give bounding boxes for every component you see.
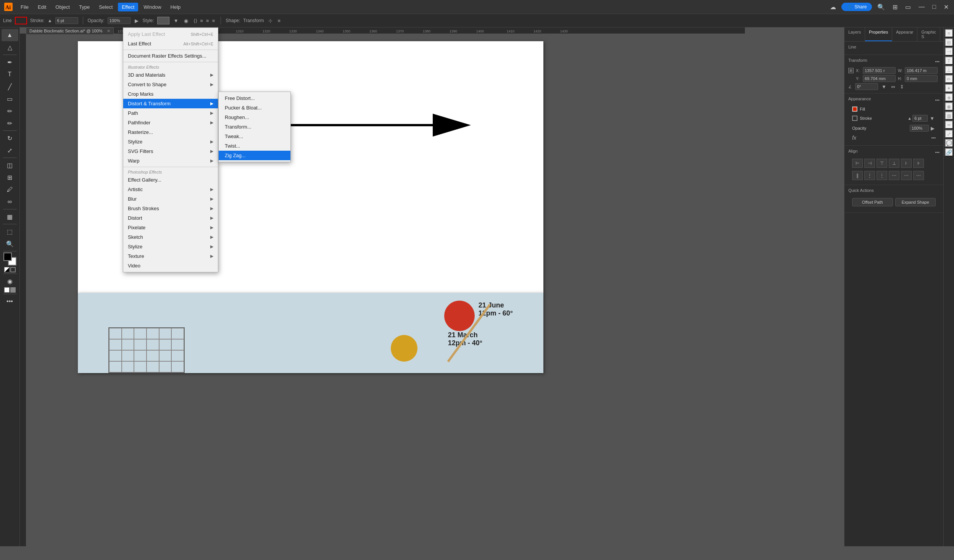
stroke-color-swatch[interactable] xyxy=(15,17,27,24)
expand-shape-btn[interactable]: Expand Shape xyxy=(895,198,936,206)
scale-tool[interactable]: ⤢ xyxy=(2,144,18,156)
angle-dropdown-btn[interactable]: ▼ xyxy=(880,84,888,90)
fx-more-btn[interactable]: ••• xyxy=(931,135,936,140)
more-tools-btn[interactable]: ••• xyxy=(2,295,18,307)
menu-file[interactable]: File xyxy=(17,3,32,11)
pucker-bloat-item[interactable]: Pucker & Bloat... xyxy=(219,103,290,113)
y-input[interactable] xyxy=(863,75,896,82)
convert-to-shape-item[interactable]: Convert to Shape ▶ xyxy=(123,80,218,89)
video-item[interactable]: Video xyxy=(123,261,218,270)
pen-tool[interactable]: ✒ xyxy=(2,56,18,68)
align-v-center-btn[interactable]: ⊦ xyxy=(901,159,912,168)
graph-tool[interactable]: ▦ xyxy=(2,211,18,223)
cloud-icon-btn[interactable]: ☁ xyxy=(828,3,838,11)
zig-zag-item[interactable]: Zig Zag... xyxy=(219,151,290,160)
align-center-btn[interactable]: ≡ xyxy=(199,18,205,24)
menu-select[interactable]: Select xyxy=(95,3,116,11)
selection-tool[interactable]: ▲ xyxy=(2,29,18,41)
far-right-brush-btn[interactable]: ✏ xyxy=(945,75,953,83)
rasterize-item[interactable]: Rasterize... xyxy=(123,127,218,137)
texture-item[interactable]: Texture ▶ xyxy=(123,251,218,261)
flip-h-btn[interactable]: ⇔ xyxy=(890,84,896,90)
screen-mode-btn[interactable] xyxy=(10,287,16,293)
far-right-link-btn[interactable]: 🔗 xyxy=(945,148,953,156)
distribute-btn[interactable]: ≡ xyxy=(211,18,216,24)
far-right-color-btn[interactable]: ◉ xyxy=(945,102,953,111)
line-tool[interactable]: ╱ xyxy=(2,80,18,93)
pathfinder-item[interactable]: Pathfinder ▶ xyxy=(123,118,218,127)
document-raster-item[interactable]: Document Raster Effects Settings... xyxy=(123,51,218,61)
minimize-icon-btn[interactable]: — xyxy=(916,3,927,11)
sketch-item[interactable]: Sketch ▶ xyxy=(123,232,218,242)
3d-materials-item[interactable]: 3D and Materials ▶ xyxy=(123,70,218,80)
stroke-up-arrow[interactable]: ▲ xyxy=(907,116,912,121)
offset-path-btn[interactable]: Offset Path xyxy=(852,198,893,206)
x-input[interactable] xyxy=(863,67,896,74)
brush-tool[interactable]: ✏ xyxy=(2,105,18,117)
opacity-arrow-btn[interactable]: ▶ xyxy=(930,125,936,132)
opacity-expand-btn[interactable]: ▶ xyxy=(134,18,140,24)
dist-right-btn[interactable]: ⋮ xyxy=(877,171,887,180)
pencil-tool[interactable]: ✏ xyxy=(2,117,18,129)
stylize-ill-item[interactable]: Stylize ▶ xyxy=(123,137,218,146)
dist-v-center-btn[interactable]: ⋯ xyxy=(901,171,912,180)
normal-mode-btn[interactable] xyxy=(4,287,10,293)
style-arrow-btn[interactable]: ▼ xyxy=(172,18,180,24)
close-icon-btn[interactable]: ✕ xyxy=(941,3,951,11)
zoom-tool[interactable]: 🔍 xyxy=(2,238,18,250)
far-right-layers-btn[interactable]: ≡ xyxy=(945,29,953,37)
style-swatch[interactable] xyxy=(157,17,169,24)
align-top-edge-btn[interactable]: ⊥ xyxy=(889,159,899,168)
crop-marks-item[interactable]: Crop Marks xyxy=(123,89,218,99)
align-left-btn[interactable]: ⟨⟩ xyxy=(192,18,198,24)
layers-tab[interactable]: Layers xyxy=(844,27,865,41)
artboard-tool[interactable]: ⬚ xyxy=(2,225,18,238)
path-item[interactable]: Path ▶ xyxy=(123,108,218,118)
far-right-align-btn[interactable]: ⊣ xyxy=(945,47,953,56)
far-right-graphic-btn[interactable]: ◈ xyxy=(945,93,953,101)
eyedropper-tool[interactable]: 🖊 xyxy=(2,183,18,196)
distort-ps-item[interactable]: Distort ▶ xyxy=(123,213,218,223)
roughen-item[interactable]: Roughen... xyxy=(219,113,290,122)
fg-color-swatch[interactable] xyxy=(3,253,12,261)
window-icon-btn[interactable]: ▭ xyxy=(903,3,913,11)
far-right-comment-btn[interactable]: 💬 xyxy=(945,139,953,147)
share-button[interactable]: 👤 Share xyxy=(841,3,872,11)
far-right-path-btn[interactable]: ⊥ xyxy=(945,66,953,74)
menu-edit[interactable]: Edit xyxy=(34,3,50,11)
dist-bottom-btn[interactable]: ⋯ xyxy=(913,171,924,180)
fill-mode-btn[interactable]: ◉ xyxy=(2,275,18,287)
opacity-value-panel[interactable] xyxy=(910,125,929,132)
artistic-item[interactable]: Artistic ▶ xyxy=(123,185,218,194)
swap-colors-btn[interactable] xyxy=(4,267,10,272)
pixelate-item[interactable]: Pixelate ▶ xyxy=(123,223,218,232)
appearance-more-btn[interactable]: ••• xyxy=(935,98,939,102)
menu-window[interactable]: Window xyxy=(140,3,165,11)
shape-options-btn[interactable]: ⊹ xyxy=(267,18,274,24)
stylize-ps-item[interactable]: Stylize ▶ xyxy=(123,242,218,251)
align-right-edge-btn[interactable]: ⊤ xyxy=(877,159,887,168)
svg-filters-item[interactable]: SVG Filters ▶ xyxy=(123,146,218,156)
far-right-stroke-btn[interactable]: ━ xyxy=(945,121,953,129)
dist-h-center-btn[interactable]: ⋮ xyxy=(864,171,875,180)
w-input[interactable] xyxy=(905,67,938,74)
color-swatches[interactable] xyxy=(3,253,16,266)
grid-view-icon-btn[interactable]: ⊞ xyxy=(890,3,900,11)
twist-item[interactable]: Twist... xyxy=(219,141,290,151)
warp-item[interactable]: Warp ▶ xyxy=(123,156,218,166)
effect-gallery-item[interactable]: Effect Gallery... xyxy=(123,175,218,185)
graphic-styles-tab[interactable]: Graphic S xyxy=(917,27,940,41)
align-bottom-edge-btn[interactable]: ⊧ xyxy=(913,159,924,168)
free-distort-item[interactable]: Free Distort... xyxy=(219,93,290,103)
properties-tab[interactable]: Properties xyxy=(865,27,892,41)
align-left-edge-btn[interactable]: ⊢ xyxy=(852,159,863,168)
stroke-dropdown-panel-btn[interactable]: ▼ xyxy=(928,115,936,122)
angle-input[interactable] xyxy=(855,83,878,90)
gradient-tool[interactable]: ◫ xyxy=(2,159,18,171)
far-right-symbol-btn[interactable]: ✦ xyxy=(945,84,953,92)
maximize-icon-btn[interactable]: □ xyxy=(930,3,938,11)
more-options-btn[interactable]: ≡ xyxy=(277,18,282,24)
blend-tool[interactable]: ∞ xyxy=(2,196,18,208)
dist-top-btn[interactable]: ⋯ xyxy=(889,171,899,180)
distort-transform-item[interactable]: Distort & Transform ▶ xyxy=(123,99,218,108)
